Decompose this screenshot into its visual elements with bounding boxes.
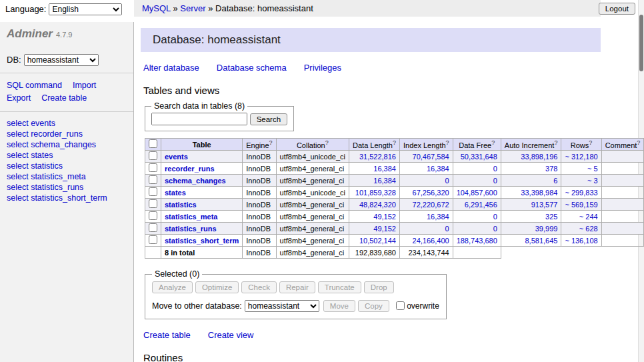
sidebar-link-sql-command[interactable]: SQL command <box>7 81 62 90</box>
index-length-link[interactable]: 0 <box>445 225 449 233</box>
row-checkbox[interactable] <box>149 163 157 172</box>
search-input[interactable] <box>151 113 247 125</box>
data-free-link[interactable]: 104,857,600 <box>457 189 497 197</box>
language-select[interactable]: English <box>49 3 122 15</box>
row-checkbox[interactable] <box>149 211 157 220</box>
index-length-link[interactable]: 70,467,584 <box>413 153 449 161</box>
table-link-statistics[interactable]: statistics <box>165 201 197 209</box>
row-checkbox[interactable] <box>149 223 157 232</box>
table-link-events[interactable]: events <box>165 153 188 161</box>
help-link[interactable]: ? <box>554 139 557 146</box>
privileges-link[interactable]: Privileges <box>304 63 341 73</box>
breadcrumb-link-server[interactable]: Server <box>180 3 205 13</box>
copy-button[interactable]: Copy <box>358 300 389 312</box>
data-free-link[interactable]: 0 <box>493 177 497 185</box>
data-length-link[interactable]: 48,824,320 <box>359 201 396 209</box>
auto-increment-link[interactable]: 6 <box>553 177 557 185</box>
data-length-link[interactable]: 49,152 <box>373 213 396 221</box>
table-link-schema-changes[interactable]: schema_changes <box>165 177 226 185</box>
db-select[interactable]: homeassistant <box>24 54 99 66</box>
help-link[interactable]: ? <box>325 139 329 146</box>
data-length-link[interactable]: 10,502,144 <box>359 237 396 245</box>
sidebar-select-states[interactable]: select states <box>7 150 133 161</box>
index-length-link[interactable]: 0 <box>445 177 449 185</box>
breadcrumb-link-mysql[interactable]: MySQL <box>142 3 171 13</box>
help-link[interactable]: ? <box>589 139 592 146</box>
truncate-button[interactable]: Truncate <box>318 281 361 293</box>
auto-increment-link[interactable]: 325 <box>545 213 557 221</box>
rows-link[interactable]: ~ 569,159 <box>565 201 597 209</box>
table-link-statistics-meta[interactable]: statistics_meta <box>165 213 218 221</box>
sidebar-select-statistics-short-term[interactable]: select statistics_short_term <box>7 193 133 203</box>
sidebar-select-statistics-runs[interactable]: select statistics_runs <box>7 182 133 193</box>
help-link[interactable]: ? <box>637 139 640 146</box>
logout-button[interactable]: Logout <box>599 3 635 15</box>
sidebar-link-export[interactable]: Export <box>7 93 31 103</box>
row-checkbox[interactable] <box>149 187 157 196</box>
data-length-link[interactable]: 49,152 <box>373 225 396 233</box>
index-length-link[interactable]: 16,384 <box>427 165 449 173</box>
overwrite-checkbox[interactable] <box>396 301 405 310</box>
table-link-recorder-runs[interactable]: recorder_runs <box>165 165 215 173</box>
table-link-states[interactable]: states <box>165 189 186 197</box>
sidebar-select-recorder-runs[interactable]: select recorder_runs <box>7 129 133 139</box>
index-length-link[interactable]: 24,166,400 <box>413 237 449 245</box>
check-button[interactable]: Check <box>241 281 277 293</box>
search-button[interactable]: Search <box>250 113 287 125</box>
auto-increment-link[interactable]: 33,398,984 <box>521 189 557 197</box>
repair-button[interactable]: Repair <box>279 281 315 293</box>
auto-increment-link[interactable]: 8,581,645 <box>525 237 557 245</box>
create-view-link[interactable]: Create view <box>208 330 254 340</box>
sidebar-select-schema-changes[interactable]: select schema_changes <box>7 139 133 150</box>
data-length-link[interactable]: 31,522,816 <box>359 153 396 161</box>
database-schema-link[interactable]: Database schema <box>217 63 287 73</box>
row-checkbox[interactable] <box>149 175 157 184</box>
data-free-link[interactable]: 0 <box>493 225 497 233</box>
sidebar-link-create-table[interactable]: Create table <box>41 93 87 103</box>
index-length-link[interactable]: 16,384 <box>427 213 449 221</box>
data-length-link[interactable]: 16,384 <box>373 177 396 185</box>
data-length-link[interactable]: 101,859,328 <box>355 189 396 197</box>
data-free-link[interactable]: 6,291,456 <box>465 201 497 209</box>
rows-link[interactable]: ~ 3 <box>587 177 598 185</box>
table-link-statistics-short-term[interactable]: statistics_short_term <box>165 237 239 245</box>
help-link[interactable]: ? <box>269 139 273 146</box>
row-checkbox[interactable] <box>149 199 157 208</box>
select-all-checkbox[interactable] <box>149 139 157 148</box>
table-link-statistics-runs[interactable]: statistics_runs <box>165 225 217 233</box>
rows-link[interactable]: ~ 136,108 <box>565 237 597 245</box>
row-checkbox[interactable] <box>149 151 157 160</box>
alter-database-link[interactable]: Alter database <box>143 63 199 73</box>
data-free-link[interactable]: 188,743,680 <box>457 237 497 245</box>
sidebar-select-events[interactable]: select events <box>7 118 133 129</box>
create-table-link[interactable]: Create table <box>143 330 191 340</box>
rows-link[interactable]: ~ 312,180 <box>565 153 597 161</box>
data-length-link[interactable]: 16,384 <box>373 165 396 173</box>
help-link[interactable]: ? <box>491 139 495 146</box>
index-length-link[interactable]: 67,256,320 <box>413 189 449 197</box>
optimize-button[interactable]: Optimize <box>195 281 239 293</box>
rows-link[interactable]: ~ 299,833 <box>565 189 597 197</box>
help-link[interactable]: ? <box>446 139 449 146</box>
auto-increment-link[interactable]: 378 <box>545 165 557 173</box>
rows-link[interactable]: ~ 244 <box>579 213 598 221</box>
rows-link[interactable]: ~ 628 <box>579 225 598 233</box>
rows-link[interactable]: ~ 5 <box>587 165 598 173</box>
auto-increment-link[interactable]: 39,999 <box>535 225 558 233</box>
data-free-link[interactable]: 0 <box>493 165 497 173</box>
sidebar-link-import[interactable]: Import <box>73 81 96 90</box>
sidebar-select-statistics-meta[interactable]: select statistics_meta <box>7 171 133 182</box>
index-length-link[interactable]: 72,220,672 <box>413 201 449 209</box>
drop-button[interactable]: Drop <box>364 281 394 293</box>
data-free-link[interactable]: 50,331,648 <box>461 153 497 161</box>
analyze-button[interactable]: Analyze <box>152 281 193 293</box>
move-db-select[interactable]: homeassistant <box>245 300 319 312</box>
auto-increment-link[interactable]: 913,577 <box>531 201 558 209</box>
data-free-link[interactable]: 0 <box>493 213 497 221</box>
move-button[interactable]: Move <box>323 300 355 312</box>
sidebar-select-statistics[interactable]: select statistics <box>7 161 133 171</box>
auto-increment-link[interactable]: 33,898,196 <box>521 153 557 161</box>
help-link[interactable]: ? <box>393 139 396 146</box>
row-checkbox[interactable] <box>149 235 157 244</box>
scrollbar-thumb[interactable] <box>639 15 643 71</box>
